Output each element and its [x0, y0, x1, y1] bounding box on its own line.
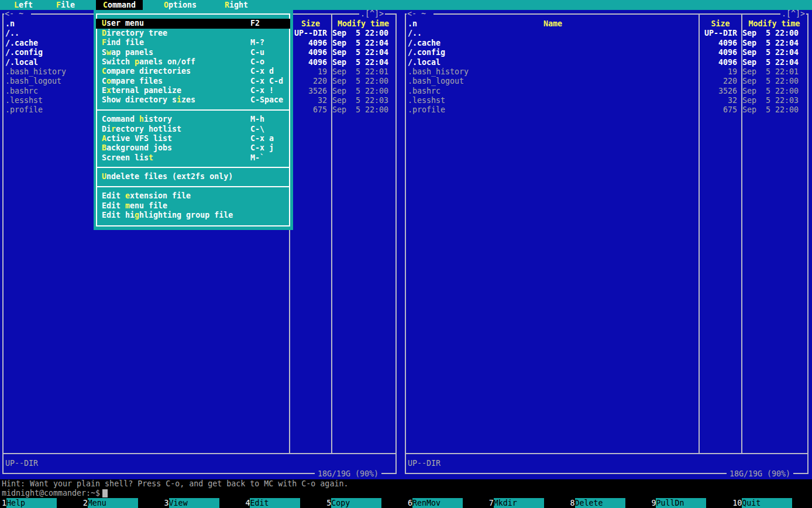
fkey-view[interactable]: 3View — [163, 498, 244, 508]
hotkey-letter: L — [14, 1, 19, 9]
file-row[interactable]: .bash_logout220Sep 5 22:00 — [406, 77, 807, 86]
hotkey-letter: B — [102, 143, 106, 152]
file-size: 220 — [288, 77, 329, 86]
panel-path-label[interactable]: <- ~ — [407, 9, 433, 19]
fkey-pulldn[interactable]: 9PullDn — [649, 498, 731, 508]
command-menu-dropdown: User menuF2Directory treeFind fileM-?Swa… — [94, 9, 293, 230]
file-name: /.config — [406, 48, 697, 57]
file-row[interactable]: .profile675Sep 5 22:00 — [406, 105, 807, 115]
menu-item-shortcut: C-x C-d — [250, 77, 283, 86]
hotkey-letter: x — [106, 86, 111, 95]
fkey-label: Edit — [250, 498, 300, 508]
menu-separator — [96, 167, 290, 168]
file-mtime: Sep 5 22:00 — [329, 87, 395, 96]
menu-item-find-file[interactable]: Find fileM-? — [96, 38, 290, 47]
panel-path-label[interactable]: <- ~ — [4, 9, 31, 19]
hotkey-letter: U — [102, 19, 106, 28]
fkey-label: View — [169, 498, 219, 508]
fkey-quit[interactable]: 10Quit — [731, 498, 812, 508]
file-mtime: Sep 5 22:03 — [739, 96, 807, 105]
menu-item-directory-tree[interactable]: Directory tree — [96, 29, 290, 38]
file-row[interactable]: /.cache4096Sep 5 22:04 — [406, 39, 807, 48]
fkey-edit[interactable]: 4Edit — [243, 498, 325, 508]
hotkey-letter: g — [135, 211, 139, 219]
menu-item-edit-extension-file[interactable]: Edit extension file — [96, 191, 290, 201]
fkey-copy[interactable]: 5Copy — [325, 498, 406, 508]
file-mtime: Sep 5 22:01 — [739, 67, 807, 77]
file-row[interactable]: .bashrc3526Sep 5 22:00 — [406, 87, 807, 96]
hotkey-letter: p — [135, 57, 139, 66]
file-panel-right: <- ~ .[^]>.nNameSizeModify time/..UP--DI… — [402, 9, 812, 479]
hotkey-letter: m — [125, 201, 130, 210]
file-row[interactable]: .bash_history19Sep 5 22:01 — [406, 67, 807, 77]
fkey-number: 10 — [732, 498, 742, 508]
file-size: 4096 — [288, 58, 329, 67]
hint-line: Hint: Want your plain shell? Press C-o, … — [2, 479, 348, 489]
shell-prompt-line[interactable]: midnight@commander:~$ — [2, 489, 108, 498]
menu-item-command-history[interactable]: Command historyM-h — [96, 115, 290, 124]
shell-prompt: midnight@commander:~$ — [2, 489, 100, 497]
disk-usage: 18G/19G (90%) — [727, 469, 793, 479]
file-row[interactable]: .lesshst32Sep 5 22:03 — [406, 96, 807, 105]
menu-item-edit-highlighting-group-file[interactable]: Edit highlighting group file — [96, 211, 290, 220]
fkey-label: Delete — [575, 498, 625, 508]
menubar-item-command[interactable]: Command — [96, 0, 143, 10]
hotkey-letter: e — [125, 191, 130, 200]
file-row[interactable]: /..UP--DIRSep 5 22:00 — [406, 29, 807, 38]
hotkey-letter: w — [106, 48, 111, 57]
file-size: 220 — [697, 77, 739, 86]
panel-corner-buttons[interactable]: .[^]> — [780, 9, 806, 19]
fkey-mkdir[interactable]: 7Mkdir — [487, 498, 569, 508]
menu-item-active-vfs-list[interactable]: Active VFS listC-x a — [96, 134, 290, 143]
menu-item-edit-menu-file[interactable]: Edit menu file — [96, 201, 290, 211]
column-header-size: Size — [700, 19, 741, 29]
menubar-item-options[interactable]: Options — [164, 0, 197, 10]
menu-item-switch-panels-on-off[interactable]: Switch panels on/offC-o — [96, 57, 290, 67]
mini-status: UP--DIR — [5, 459, 38, 468]
file-mtime: Sep 5 22:04 — [739, 39, 807, 48]
file-size: 4096 — [697, 48, 739, 57]
menu-item-external-panelize[interactable]: External panelizeC-x ! — [96, 86, 290, 95]
menubar-item-left[interactable]: Left — [14, 0, 33, 10]
menubar-item-right[interactable]: Right — [225, 0, 248, 10]
fkey-renmov[interactable]: 6RenMov — [406, 498, 487, 508]
menu-item-background-jobs[interactable]: Background jobsC-x j — [96, 143, 290, 153]
fkey-number: 8 — [570, 498, 575, 508]
menu-item-compare-files[interactable]: Compare filesC-x C-d — [96, 77, 290, 86]
fkey-delete[interactable]: 8Delete — [569, 498, 650, 508]
hotkey-letter: O — [164, 1, 168, 9]
fkey-label: Mkdir — [494, 498, 544, 508]
hotkey-letter: D — [102, 29, 106, 37]
menu-item-shortcut: C-Space — [250, 95, 283, 105]
file-mtime: Sep 5 22:04 — [329, 39, 395, 48]
panel-corner-buttons[interactable]: .[^]> — [359, 9, 385, 19]
menu-item-compare-directories[interactable]: Compare directoriesC-x d — [96, 67, 290, 76]
menu-item-screen-list[interactable]: Screen listM-` — [96, 153, 290, 163]
menubar-item-file[interactable]: File — [56, 0, 75, 10]
fkey-help[interactable]: 1Help — [0, 498, 81, 508]
file-mtime: Sep 5 22:04 — [329, 58, 395, 67]
file-size: 3526 — [697, 87, 739, 96]
menu-item-directory-hotlist[interactable]: Directory hotlistC-\ — [96, 125, 290, 134]
fkey-number: 3 — [164, 498, 169, 508]
file-mtime: Sep 5 22:01 — [329, 67, 395, 77]
hotkey-letter: R — [225, 1, 229, 9]
file-size: 3526 — [288, 87, 329, 96]
file-row[interactable]: /.local4096Sep 5 22:04 — [406, 58, 807, 67]
file-size: 32 — [288, 96, 329, 105]
menu-item-shortcut: C-x ! — [250, 86, 274, 95]
file-row[interactable]: /.config4096Sep 5 22:04 — [406, 48, 807, 57]
menu-item-show-directory-sizes[interactable]: Show directory sizesC-Space — [96, 95, 290, 105]
menu-item-user-menu[interactable]: User menuF2 — [96, 19, 290, 28]
function-key-bar: 1Help2Menu3View4Edit5Copy6RenMov7Mkdir8D… — [0, 498, 812, 508]
fkey-label: Help — [6, 498, 57, 508]
menu-item-undelete-files-ext2fs-only-[interactable]: Undelete files (ext2fs only) — [96, 172, 290, 181]
column-header-mtime: Modify time — [333, 19, 393, 29]
fkey-label: RenMov — [412, 498, 463, 508]
file-size: 32 — [697, 96, 739, 105]
menu-item-swap-panels[interactable]: Swap panelsC-u — [96, 48, 290, 57]
fkey-menu[interactable]: 2Menu — [81, 498, 163, 508]
file-name: .bash_history — [406, 67, 697, 77]
file-mtime: Sep 5 22:00 — [739, 105, 807, 115]
file-size: 4096 — [697, 58, 739, 67]
